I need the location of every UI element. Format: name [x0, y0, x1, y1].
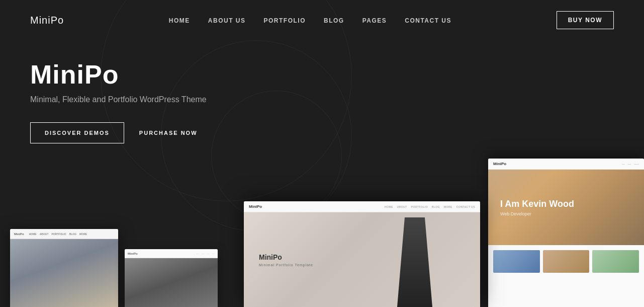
screenshot-thumb-3: [592, 250, 639, 273]
nav-link-about[interactable]: ABOUT US: [208, 17, 246, 24]
site-logo[interactable]: MiniPo: [30, 15, 64, 26]
hero-title: MiniPo: [30, 60, 614, 89]
screenshot-second-nav: ---- ---- ---- ----: [197, 252, 215, 255]
nav-link-blog[interactable]: BLOG: [324, 17, 344, 24]
screenshot-second-logo: MiniPo: [128, 252, 138, 255]
screenshot-right-hero-section: I Am Kevin Wood Web Developer: [488, 170, 644, 245]
screenshot-left-body: [10, 239, 118, 307]
screenshot-right-body: [488, 245, 644, 307]
screenshot-center-figure: [390, 217, 440, 307]
screenshot-second-body: [125, 258, 218, 307]
navbar: MiniPo HOME ABOUT US PORTFOLIO BLOG PAGE…: [0, 0, 644, 40]
screenshot-center: MiniPo HOME ABOUT PORTFOLIO BLOG MORE CO…: [244, 201, 480, 307]
buy-now-button[interactable]: BUY NOW: [557, 11, 614, 29]
screenshot-right-nav: --- ---- ------: [622, 163, 639, 166]
screenshot-right-sub: Web Developer: [500, 211, 632, 216]
nav-item-pages[interactable]: PAGES: [362, 16, 387, 25]
preview-screenshots: MiniPo HOME ABOUT PORTFOLIO BLOG MORE Mi…: [0, 186, 644, 307]
hero-content: MiniPo Minimal, Flexible and Portfolio W…: [0, 40, 644, 143]
screenshot-left-nav: HOME ABOUT PORTFOLIO BLOG MORE: [29, 233, 87, 236]
screenshot-right-logo: MiniPo: [493, 162, 506, 166]
nav-link-pages[interactable]: PAGES: [362, 17, 387, 24]
screenshot-right-grid: [493, 250, 639, 273]
screenshot-center-bg: [244, 212, 480, 307]
nav-link-home[interactable]: HOME: [169, 17, 190, 24]
nav-item-contact[interactable]: CONTACT US: [405, 16, 451, 25]
screenshot-thumb-2: [543, 250, 590, 273]
nav-item-portfolio[interactable]: PORTFOLIO: [263, 16, 306, 25]
hero-section: MiniPo HOME ABOUT US PORTFOLIO BLOG PAGE…: [0, 0, 644, 307]
screenshot-center-title: MiniPo: [259, 253, 313, 261]
screenshot-left-header: MiniPo HOME ABOUT PORTFOLIO BLOG MORE: [10, 229, 118, 239]
nav-item-blog[interactable]: BLOG: [324, 16, 344, 25]
screenshot-thumb-1: [493, 250, 540, 273]
screenshot-left-logo: MiniPo: [14, 233, 24, 236]
screenshot-center-nav: HOME ABOUT PORTFOLIO BLOG MORE CONTACT U…: [385, 205, 475, 208]
nav-list: HOME ABOUT US PORTFOLIO BLOG PAGES CONTA…: [169, 16, 451, 25]
nav-link-portfolio[interactable]: PORTFOLIO: [263, 17, 306, 24]
screenshot-center-header: MiniPo HOME ABOUT PORTFOLIO BLOG MORE CO…: [244, 201, 480, 212]
hero-buttons: DISCOVER DEMOS PURCHASE NOW: [30, 122, 614, 143]
screenshot-second: MiniPo ---- ---- ---- ----: [125, 249, 218, 307]
purchase-now-button[interactable]: PURCHASE NOW: [139, 130, 198, 136]
screenshot-right-header: MiniPo --- ---- ------: [488, 159, 644, 170]
screenshot-right: MiniPo --- ---- ------ I Am Kevin Wood W…: [488, 159, 644, 307]
screenshot-center-sub: Minimal Portfolio Template: [259, 263, 313, 267]
nav-item-about[interactable]: ABOUT US: [208, 16, 246, 25]
screenshot-center-logo: MiniPo: [249, 204, 262, 209]
screenshot-center-text: MiniPo Minimal Portfolio Template: [259, 253, 313, 267]
nav-item-home[interactable]: HOME: [169, 16, 190, 25]
screenshot-left: MiniPo HOME ABOUT PORTFOLIO BLOG MORE: [10, 229, 118, 307]
screenshot-center-body: MiniPo Minimal Portfolio Template: [244, 212, 480, 307]
screenshot-second-header: MiniPo ---- ---- ---- ----: [125, 249, 218, 258]
screenshot-right-title: I Am Kevin Wood: [500, 199, 632, 209]
hero-subtitle: Minimal, Flexible and Portfolio WordPres…: [30, 95, 614, 104]
nav-link-contact[interactable]: CONTACT US: [405, 17, 451, 24]
discover-demos-button[interactable]: DISCOVER DEMOS: [30, 122, 124, 143]
